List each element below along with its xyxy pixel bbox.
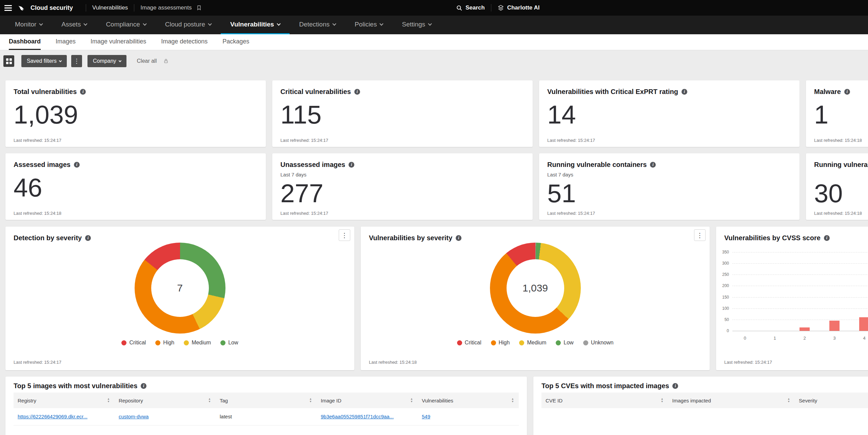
y-axis-tick-label: 0 (716, 328, 729, 333)
page-title: Image assessments (140, 4, 192, 11)
card-title: Assessed images (14, 161, 71, 169)
tab-images[interactable]: Images (56, 34, 76, 50)
chart-kebab-menu-button[interactable]: ⋮ (339, 229, 350, 241)
stat-value: 1,039 (14, 102, 258, 128)
registry-link[interactable]: https://622266429069.dkr.ecr... (18, 414, 87, 419)
clear-all-button[interactable]: Clear all (137, 58, 157, 64)
search-icon[interactable] (456, 5, 462, 11)
nav-item-cloud-posture[interactable]: Cloud posture (156, 16, 221, 34)
tab-dashboard[interactable]: Dashboard (9, 34, 41, 50)
nav-label: Settings (402, 21, 425, 28)
chart-card-vulnerabilities-by-cvss-score: Vulnerabilities by CVSS scorei 050100150… (716, 227, 868, 370)
stat-value: 115 (280, 102, 525, 128)
stat-value: 14 (547, 102, 791, 128)
table-header-row: Registry▲▼ Repository▲▼ Tag▲▼ Image ID▲▼… (14, 393, 519, 408)
info-icon[interactable]: i (650, 162, 656, 168)
last-refreshed: Last refreshed: 15:24:18 (369, 360, 417, 365)
saved-filters-button[interactable]: Saved filters (21, 55, 67, 67)
info-icon[interactable]: i (85, 235, 91, 241)
info-icon[interactable]: i (74, 162, 80, 168)
tab-image-vulnerabilities[interactable]: Image vulnerabilities (91, 34, 146, 50)
nav-label: Policies (355, 21, 377, 28)
column-header-tag: Tag▲▼ (216, 393, 317, 408)
cvss-bar (800, 327, 810, 331)
info-icon[interactable]: i (844, 89, 850, 95)
nav-item-assets[interactable]: Assets (52, 16, 96, 34)
y-axis-tick-label: 50 (716, 317, 729, 322)
chevron-down-icon (380, 22, 383, 25)
breadcrumb-vulnerabilities[interactable]: Vulnerabilities (92, 4, 128, 11)
info-icon[interactable]: i (349, 162, 354, 168)
tab-image-detections[interactable]: Image detections (161, 34, 208, 50)
company-filter-button[interactable]: Company (87, 55, 126, 67)
vulnerabilities-count-link[interactable]: 549 (422, 414, 430, 419)
nav-item-vulnerabilities[interactable]: Vulnerabilities (221, 16, 290, 34)
stat-value: 51 (547, 181, 791, 206)
nav-item-policies[interactable]: Policies (345, 16, 392, 34)
column-header-cve-id: CVE ID▲▼ (541, 393, 668, 408)
legend-item-critical: Critical (121, 340, 146, 346)
y-axis-tick-label: 200 (716, 283, 729, 288)
stat-card-running-vulnerable-containers: Running vulnerable containersi Last 7 da… (539, 153, 800, 220)
chevron-down-icon (332, 22, 336, 25)
tab-packages[interactable]: Packages (222, 34, 249, 50)
sort-icon[interactable]: ▲▼ (208, 398, 211, 403)
legend-item-high: High (491, 340, 510, 346)
chevron-down-icon (208, 22, 212, 25)
stat-card-assessed-images: Assessed imagesi 46 Last refreshed: 15:2… (5, 153, 266, 220)
vulnerabilities-donut-chart: 1,039 (490, 243, 581, 334)
legend-item-high: High (155, 340, 174, 346)
dashboard-content: Saved filters ⋮ Company Clear all Total … (0, 50, 868, 435)
info-icon[interactable]: i (354, 89, 360, 95)
dashboard-widgets-icon[interactable] (3, 55, 14, 67)
tab-label: Packages (222, 38, 249, 45)
bookmark-icon[interactable] (196, 5, 202, 11)
info-icon[interactable]: i (682, 89, 687, 95)
stat-card-unassessed-images: Unassessed imagesi Last 7 days 277 Last … (272, 153, 533, 220)
nav-item-monitor[interactable]: Monitor (5, 16, 52, 34)
info-icon[interactable]: i (672, 383, 678, 389)
card-title: Critical vulnerabilities (280, 88, 351, 96)
nav-item-settings[interactable]: Settings (392, 16, 441, 34)
nav-item-detections[interactable]: Detections (290, 16, 345, 34)
stat-value: 30 (814, 181, 868, 206)
stat-card-critical-vulnerabilities: Critical vulnerabilitiesi 115 Last refre… (272, 80, 533, 147)
sort-icon[interactable]: ▲▼ (107, 398, 110, 403)
charlotte-ai-button[interactable]: Charlotte AI (507, 4, 540, 11)
app-title: Cloud security (31, 4, 73, 12)
chevron-down-icon (143, 22, 146, 25)
sort-icon[interactable]: ▲▼ (787, 398, 790, 403)
stat-value: 1 (814, 102, 868, 128)
legend-item-critical: Critical (457, 340, 481, 346)
gridline (732, 297, 868, 298)
sort-icon[interactable]: ▲▼ (511, 398, 514, 403)
last-refreshed: Last refreshed: 15:24:17 (14, 360, 61, 365)
legend-label: Unknown (591, 340, 614, 346)
sort-icon[interactable]: ▲▼ (410, 398, 413, 403)
menu-icon[interactable] (4, 5, 12, 11)
repository-link[interactable]: custom-dvwa (119, 414, 149, 419)
card-title: Vulnerabilities by severity (369, 234, 452, 242)
top-app-bar: Cloud security Vulnerabilities Image ass… (0, 0, 868, 16)
info-icon[interactable]: i (141, 383, 146, 389)
stat-subtitle (814, 172, 868, 177)
info-icon[interactable]: i (824, 235, 830, 241)
search-button[interactable]: Search (466, 4, 485, 11)
info-icon[interactable]: i (456, 235, 461, 241)
last-refreshed: Last refreshed: 15:24:17 (14, 138, 61, 143)
legend-dot (556, 340, 561, 345)
info-icon[interactable]: i (80, 89, 86, 95)
sort-icon[interactable]: ▲▼ (661, 398, 664, 403)
legend-label: Critical (465, 340, 481, 346)
filter-kebab-menu-button[interactable]: ⋮ (71, 55, 82, 67)
divider (491, 4, 491, 12)
stat-cards-row-1: Total vulnerabilitiesi 1,039 Last refres… (0, 80, 868, 147)
sort-icon[interactable]: ▲▼ (309, 398, 312, 403)
stat-card-running-vulnerable-images: Running vulnerable imagesi 30 Last refre… (806, 153, 868, 220)
chart-kebab-menu-button[interactable]: ⋮ (694, 229, 706, 241)
legend-dot (184, 340, 189, 345)
nav-item-compliance[interactable]: Compliance (96, 16, 155, 34)
image-id-link[interactable]: 9b3e6aa055259851f71dcc9aa... (321, 414, 394, 419)
legend-label: Low (564, 340, 573, 346)
tab-label: Image detections (161, 38, 208, 45)
